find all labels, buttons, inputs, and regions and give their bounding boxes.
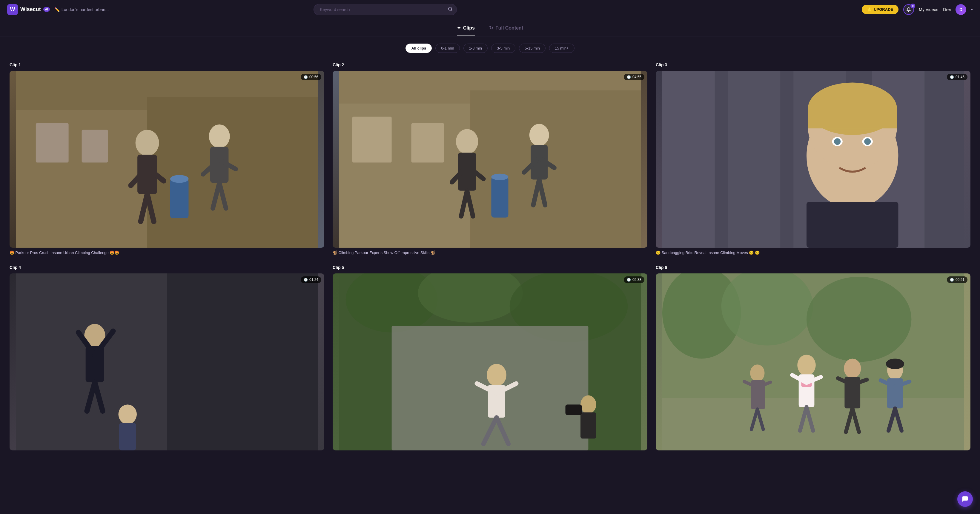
clip-5-label: Clip 5 bbox=[332, 265, 648, 270]
svg-rect-53 bbox=[807, 202, 898, 248]
header-right: ⭐ UPGRADE 0 My Videos Drei D ▾ bbox=[862, 4, 973, 15]
clip-section-1: Clip 1 bbox=[10, 62, 324, 255]
clip-2-title: 🐒 Climbing Parkour Experts Show Off Impr… bbox=[332, 250, 648, 255]
svg-rect-19 bbox=[170, 179, 188, 218]
clip-4-duration-text: 01:24 bbox=[309, 278, 318, 282]
clip-5-scene bbox=[332, 273, 648, 451]
clip-section-4: Clip 4 bbox=[10, 265, 324, 453]
header: W Wisecut AI ✏️ London's hardest urban..… bbox=[0, 0, 980, 19]
clock-icon: 🕐 bbox=[304, 75, 308, 79]
clip-1-duration: 🕐 00:56 bbox=[301, 74, 321, 80]
clip-1-label: Clip 1 bbox=[10, 62, 324, 67]
svg-point-82 bbox=[807, 277, 911, 362]
svg-point-91 bbox=[844, 359, 861, 379]
clip-4-scene bbox=[10, 273, 324, 451]
svg-rect-38 bbox=[491, 177, 508, 217]
clip-6-scene bbox=[656, 273, 970, 451]
clip-3-duration: 🕐 01:46 bbox=[947, 74, 967, 80]
svg-rect-4 bbox=[147, 97, 318, 248]
tab-clips[interactable]: ✦ Clips bbox=[457, 25, 475, 36]
clip-2-duration-text: 04:55 bbox=[632, 75, 641, 79]
upgrade-label: UPGRADE bbox=[874, 7, 893, 12]
clip-2-thumbnail[interactable]: 🕐 04:55 bbox=[332, 71, 648, 248]
clip-6-duration-text: 00:51 bbox=[956, 278, 964, 282]
svg-rect-5 bbox=[36, 123, 69, 163]
full-content-tab-label: Full Content bbox=[495, 25, 523, 31]
clip-1-title: 🤩 Parkour Pros Crush Insane Urban Climbi… bbox=[10, 250, 324, 255]
filter-3-5min[interactable]: 3-5 min bbox=[491, 44, 515, 53]
tab-full-content[interactable]: ↻ Full Content bbox=[489, 25, 523, 36]
project-title[interactable]: ✏️ London's hardest urban... bbox=[55, 7, 109, 12]
clip-section-3: Clip 3 bbox=[656, 62, 970, 255]
clips-tab-icon: ✦ bbox=[457, 25, 461, 31]
svg-rect-25 bbox=[412, 123, 444, 163]
clip-6-svg bbox=[656, 273, 970, 451]
svg-rect-48 bbox=[808, 109, 897, 128]
search-icon bbox=[448, 6, 453, 11]
svg-rect-64 bbox=[119, 423, 136, 451]
logo-icon: W bbox=[7, 4, 18, 15]
filter-all-clips[interactable]: All clips bbox=[406, 44, 432, 53]
svg-point-98 bbox=[886, 359, 904, 369]
clip-2-svg bbox=[332, 71, 648, 248]
filter-15min-plus[interactable]: 15 min+ bbox=[549, 44, 574, 53]
svg-point-13 bbox=[209, 124, 230, 148]
clip-3-label: Clip 3 bbox=[656, 62, 970, 67]
upgrade-star-icon: ⭐ bbox=[867, 7, 872, 12]
svg-point-76 bbox=[581, 395, 596, 413]
svg-line-1 bbox=[451, 10, 452, 11]
clock-icon-5: 🕐 bbox=[627, 278, 631, 282]
svg-rect-42 bbox=[728, 71, 781, 248]
clip-3-thumbnail[interactable]: 🕐 01:46 bbox=[656, 71, 970, 248]
clip-1-thumbnail[interactable]: 🕐 00:56 bbox=[10, 71, 324, 248]
filters-area: All clips 0-1 min 1-3 min 3-5 min 5-15 m… bbox=[0, 36, 980, 58]
svg-rect-6 bbox=[82, 130, 108, 163]
clip-section-5: Clip 5 bbox=[332, 265, 648, 453]
svg-point-39 bbox=[491, 174, 508, 180]
clip-1-scene bbox=[10, 71, 324, 248]
my-videos-link[interactable]: My Videos bbox=[919, 7, 938, 12]
clip-3-title: 😏 Sandbagging Brits Reveal Insane Climbi… bbox=[656, 250, 970, 255]
upgrade-button[interactable]: ⭐ UPGRADE bbox=[862, 5, 899, 14]
avatar[interactable]: D bbox=[956, 4, 966, 15]
clip-5-svg bbox=[332, 273, 648, 451]
notification-area: 0 bbox=[903, 4, 914, 15]
clip-2-scene bbox=[332, 71, 648, 248]
project-title-text: London's hardest urban... bbox=[62, 7, 109, 12]
search-button[interactable] bbox=[448, 6, 453, 13]
clock-icon-4: 🕐 bbox=[304, 278, 308, 282]
svg-point-20 bbox=[170, 175, 188, 183]
filter-0-1min[interactable]: 0-1 min bbox=[435, 44, 460, 53]
tabs-area: ✦ Clips ↻ Full Content bbox=[0, 19, 980, 36]
clips-tab-label: Clips bbox=[463, 25, 475, 31]
chat-button[interactable] bbox=[957, 491, 973, 507]
clip-6-thumbnail[interactable]: 🕐 00:51 bbox=[656, 273, 970, 451]
clip-5-duration-text: 05:38 bbox=[632, 278, 641, 282]
clip-4-svg bbox=[10, 273, 324, 451]
clip-4-label: Clip 4 bbox=[10, 265, 324, 270]
pencil-icon: ✏️ bbox=[55, 7, 60, 12]
clip-4-duration: 🕐 01:24 bbox=[301, 276, 321, 283]
search-input[interactable] bbox=[313, 4, 457, 15]
ai-badge: AI bbox=[43, 7, 50, 12]
filter-1-3min[interactable]: 1-3 min bbox=[463, 44, 488, 53]
svg-rect-24 bbox=[352, 117, 392, 163]
svg-point-26 bbox=[456, 129, 478, 154]
svg-rect-41 bbox=[662, 71, 715, 248]
filter-5-15min[interactable]: 5-15 min bbox=[519, 44, 546, 53]
svg-point-50 bbox=[834, 138, 840, 145]
svg-point-70 bbox=[487, 364, 506, 386]
svg-point-52 bbox=[864, 138, 871, 145]
svg-rect-77 bbox=[581, 412, 596, 439]
notification-badge: 0 bbox=[910, 3, 915, 8]
search-bar bbox=[313, 4, 457, 15]
clip-6-label: Clip 6 bbox=[656, 265, 970, 270]
clip-5-thumbnail[interactable]: 🕐 05:38 bbox=[332, 273, 648, 451]
clip-1-svg bbox=[10, 71, 324, 248]
chevron-down-icon[interactable]: ▾ bbox=[971, 8, 973, 12]
clip-4-thumbnail[interactable]: 🕐 01:24 bbox=[10, 273, 324, 451]
clip-section-2: Clip 2 bbox=[332, 62, 648, 255]
clip-section-6: Clip 6 bbox=[656, 265, 970, 453]
svg-point-104 bbox=[750, 365, 764, 381]
chat-icon bbox=[961, 495, 969, 503]
